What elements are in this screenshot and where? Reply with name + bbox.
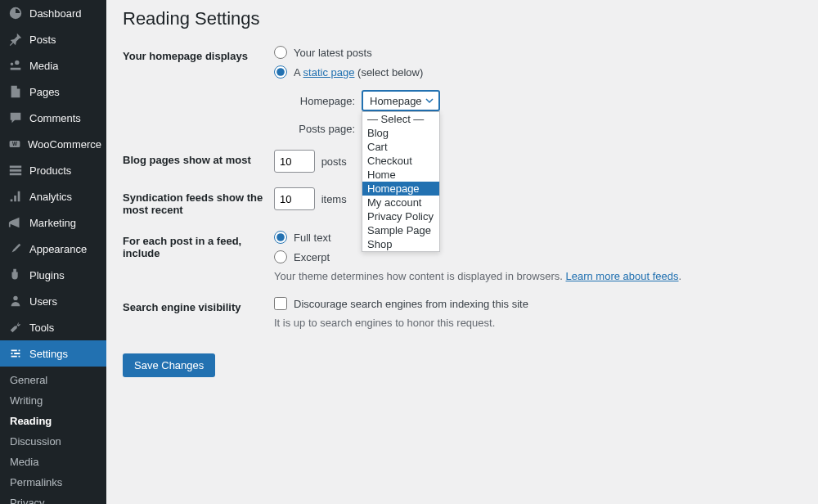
sidebar-item-comments[interactable]: Comments bbox=[0, 105, 106, 131]
settings-icon bbox=[8, 346, 23, 361]
svg-text:W: W bbox=[12, 141, 18, 146]
sidebar-item-plugins[interactable]: Plugins bbox=[0, 262, 106, 288]
radio-excerpt-label: Excerpt bbox=[294, 251, 330, 263]
feed-include-label: For each post in a feed, include bbox=[123, 231, 274, 259]
posts-page-select-label: Posts page: bbox=[294, 123, 355, 135]
main-content: Reading Settings Your homepage displays … bbox=[106, 0, 818, 504]
chevron-down-icon bbox=[425, 97, 434, 105]
dropdown-option[interactable]: Privacy Policy bbox=[362, 209, 439, 223]
settings-submenu: General Writing Reading Discussion Media… bbox=[0, 367, 106, 504]
page-icon bbox=[8, 84, 23, 99]
sidebar-item-posts[interactable]: Posts bbox=[0, 26, 106, 52]
submenu-item-writing[interactable]: Writing bbox=[0, 390, 106, 411]
sidebar-item-label: Analytics bbox=[29, 191, 72, 203]
sidebar-item-label: Users bbox=[29, 295, 57, 308]
radio-latest-posts-label: Your latest posts bbox=[294, 47, 372, 59]
sidebar-item-label: WooCommerce bbox=[28, 138, 101, 151]
analytics-icon bbox=[8, 189, 23, 204]
sidebar-item-label: Posts bbox=[29, 34, 56, 46]
dropdown-option[interactable]: Checkout bbox=[362, 154, 439, 168]
sidebar-item-label: Appearance bbox=[29, 243, 87, 255]
homepage-select[interactable]: Homepage bbox=[362, 90, 440, 111]
dropdown-option[interactable]: Sample Page bbox=[362, 223, 439, 237]
search-help-text: It is up to search engines to honor this… bbox=[274, 317, 802, 329]
syndication-input[interactable] bbox=[274, 187, 315, 210]
sidebar-item-label: Plugins bbox=[29, 269, 65, 281]
comment-icon bbox=[8, 110, 23, 125]
sidebar-item-label: Pages bbox=[29, 86, 60, 98]
dropdown-option[interactable]: — Select — bbox=[362, 112, 439, 126]
sidebar-item-appearance[interactable]: Appearance bbox=[0, 236, 106, 262]
save-changes-button[interactable]: Save Changes bbox=[123, 353, 215, 377]
dropdown-option[interactable]: Home bbox=[362, 168, 439, 182]
media-icon bbox=[8, 58, 23, 73]
page-title: Reading Settings bbox=[123, 8, 802, 29]
sidebar-item-label: Products bbox=[29, 164, 71, 177]
admin-sidebar: Dashboard Posts Media Pages Comments W W… bbox=[0, 0, 106, 504]
homepage-displays-label: Your homepage displays bbox=[123, 46, 274, 62]
sidebar-item-dashboard[interactable]: Dashboard bbox=[0, 0, 106, 26]
search-discourage-checkbox[interactable] bbox=[274, 297, 287, 310]
search-discourage-label: Discourage search engines from indexing … bbox=[294, 298, 528, 310]
blog-pages-input[interactable] bbox=[274, 150, 315, 173]
sidebar-item-marketing[interactable]: Marketing bbox=[0, 209, 106, 236]
sidebar-item-products[interactable]: Products bbox=[0, 157, 106, 183]
submenu-item-reading[interactable]: Reading bbox=[0, 411, 106, 431]
marketing-icon bbox=[8, 215, 23, 230]
tools-icon bbox=[8, 320, 23, 335]
sidebar-item-tools[interactable]: Tools bbox=[0, 314, 106, 340]
syndication-label: Syndication feeds show the most recent bbox=[123, 187, 274, 216]
plugins-icon bbox=[8, 268, 23, 282]
submenu-item-general[interactable]: General bbox=[0, 370, 106, 390]
radio-static-page[interactable] bbox=[274, 65, 287, 79]
dropdown-option[interactable]: Blog bbox=[362, 126, 439, 140]
feed-help-text: Your theme determines how content is dis… bbox=[274, 270, 802, 282]
products-icon bbox=[8, 163, 23, 178]
sidebar-item-settings[interactable]: Settings bbox=[0, 340, 106, 367]
radio-full-text-label: Full text bbox=[294, 232, 331, 244]
sidebar-item-label: Comments bbox=[29, 112, 81, 124]
submenu-item-permalinks[interactable]: Permalinks bbox=[0, 472, 106, 493]
submenu-item-privacy[interactable]: Privacy bbox=[0, 493, 106, 504]
users-icon bbox=[8, 294, 23, 308]
syndication-suffix: items bbox=[321, 193, 347, 205]
static-page-link[interactable]: static page bbox=[303, 66, 355, 79]
sidebar-item-label: Dashboard bbox=[29, 7, 82, 20]
dropdown-option[interactable]: Shop bbox=[362, 237, 439, 251]
blog-pages-label: Blog pages show at most bbox=[123, 150, 274, 166]
sidebar-item-label: Marketing bbox=[29, 217, 76, 229]
sidebar-item-label: Tools bbox=[29, 322, 54, 334]
homepage-dropdown: — Select — Blog Cart Checkout Home Homep… bbox=[362, 111, 440, 252]
appearance-icon bbox=[8, 241, 23, 256]
sidebar-item-users[interactable]: Users bbox=[0, 288, 106, 314]
dropdown-option[interactable]: My account bbox=[362, 196, 439, 209]
radio-full-text[interactable] bbox=[274, 231, 287, 244]
dropdown-option[interactable]: Homepage bbox=[362, 182, 439, 196]
submenu-item-media[interactable]: Media bbox=[0, 452, 106, 472]
search-visibility-label: Search engine visibility bbox=[123, 297, 274, 313]
sidebar-item-label: Media bbox=[29, 60, 58, 72]
sidebar-item-woocommerce[interactable]: W WooCommerce bbox=[0, 131, 106, 157]
sidebar-item-analytics[interactable]: Analytics bbox=[0, 183, 106, 209]
woo-icon: W bbox=[8, 137, 21, 151]
sidebar-item-pages[interactable]: Pages bbox=[0, 79, 106, 105]
pin-icon bbox=[8, 32, 23, 47]
sidebar-item-media[interactable]: Media bbox=[0, 52, 106, 79]
dashboard-icon bbox=[8, 6, 23, 20]
sidebar-item-label: Settings bbox=[29, 348, 68, 360]
learn-more-feeds-link[interactable]: Learn more about feeds bbox=[565, 270, 678, 282]
submenu-item-discussion[interactable]: Discussion bbox=[0, 431, 106, 452]
radio-latest-posts[interactable] bbox=[274, 46, 287, 59]
dropdown-option[interactable]: Cart bbox=[362, 140, 439, 154]
blog-pages-suffix: posts bbox=[321, 155, 347, 168]
homepage-select-label: Homepage: bbox=[294, 95, 355, 107]
radio-excerpt[interactable] bbox=[274, 250, 287, 263]
radio-static-page-label: A static page (select below) bbox=[294, 66, 423, 79]
